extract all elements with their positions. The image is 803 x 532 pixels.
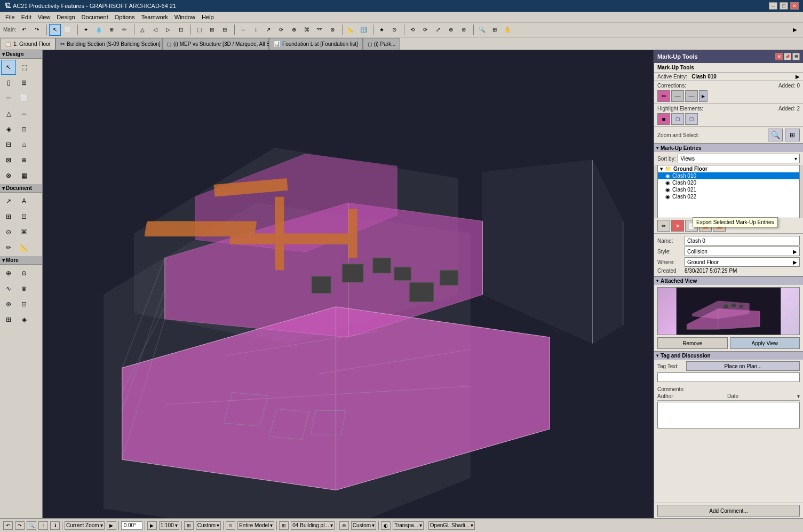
tool-curtain[interactable]: ▦	[17, 168, 31, 183]
tb-t8[interactable]: ⊗	[327, 24, 338, 36]
tool-roof[interactable]: △	[1, 106, 16, 121]
correction-icon-pen[interactable]: ✏	[657, 90, 670, 102]
current-zoom-dropdown[interactable]: Current Zoom ▾	[65, 521, 105, 530]
tb-undo[interactable]: ↷	[31, 24, 43, 36]
layer-set-dropdown[interactable]: Custom ▾	[196, 521, 221, 530]
tool-doc2[interactable]: A	[17, 194, 31, 209]
search-nav-btn[interactable]: 🔍	[27, 521, 36, 530]
tool-marquee[interactable]: ⬚	[17, 60, 31, 75]
custom2-dropdown[interactable]: Custom ▾	[351, 521, 376, 530]
tool-column[interactable]: ⊞	[17, 75, 31, 90]
menu-file[interactable]: File	[2, 13, 18, 21]
tb-measure[interactable]: 📐	[345, 24, 356, 36]
scale-dropdown[interactable]: 1:100 ▾	[159, 521, 179, 530]
tree-group-ground-floor[interactable]: ▾ 📁 Ground Floor	[658, 165, 799, 172]
undo-btn[interactable]: ↶	[3, 521, 13, 530]
nav-info-btn[interactable]: ℹ	[50, 521, 60, 530]
highlight-icon-pink[interactable]: ■	[657, 113, 670, 125]
tb-t3[interactable]: ↗	[263, 24, 274, 36]
tb-calc[interactable]: 🔢	[357, 24, 369, 36]
renovation-btn[interactable]: ⊕	[339, 521, 349, 530]
nav-up-btn[interactable]: ↑	[38, 521, 48, 530]
sort-col-arrow[interactable]: ▾	[797, 393, 800, 399]
tb-t2[interactable]: ↕	[250, 24, 261, 36]
panel-menu-btn[interactable]: ☰	[792, 53, 800, 60]
tb-pan[interactable]: ✋	[502, 24, 513, 36]
viewport-3d[interactable]	[43, 50, 654, 518]
tb-r5[interactable]: ⊛	[458, 24, 470, 36]
tb-t7[interactable]: ⌤	[314, 24, 325, 36]
tool-door[interactable]: ⌂	[17, 137, 31, 152]
tb-t1[interactable]: ↔	[237, 24, 249, 36]
tb-snap[interactable]: ⊙	[388, 24, 400, 36]
panel-close-btn[interactable]: ✕	[775, 53, 783, 60]
add-comment-btn[interactable]: Add Comment...	[657, 505, 800, 517]
menu-design[interactable]: Design	[53, 13, 78, 21]
tb-magic[interactable]: ✦	[80, 24, 92, 36]
tool-more8[interactable]: ◈	[17, 312, 31, 327]
action-edit-btn[interactable]: ✏	[657, 220, 670, 232]
name-input[interactable]	[685, 236, 800, 245]
tool-more7[interactable]: ⊞	[1, 312, 16, 327]
tb-nav2[interactable]: ▷	[162, 24, 174, 36]
minimize-button[interactable]: ─	[769, 2, 777, 10]
tool-lamp[interactable]: ⊗	[1, 168, 16, 183]
tab-mep[interactable]: ◻ (i) MEP vs Structure [3D / Marquee, Al…	[162, 38, 269, 50]
tool-doc8[interactable]: 📐	[17, 240, 31, 255]
maximize-button[interactable]: □	[780, 2, 788, 10]
tab-foundation[interactable]: 📊 Foundation List [Foundation list]	[269, 38, 363, 50]
tb-inject[interactable]: ⊕	[106, 24, 117, 36]
sidebar-section-document[interactable]: ▾ Document	[0, 184, 42, 193]
active-entry-arrow[interactable]: ▶	[796, 74, 800, 80]
tree-item-clash022[interactable]: ◉ Clash 022	[658, 193, 799, 200]
where-dropdown[interactable]: Ground Floor ▶	[685, 257, 800, 267]
title-bar-right[interactable]: ─ □ ✕	[769, 2, 799, 10]
opengl-dropdown[interactable]: OpenGL Shadi... ▾	[428, 521, 475, 530]
tool-shell[interactable]: ⌢	[17, 106, 31, 121]
tb-marquee[interactable]: ⬜	[62, 24, 74, 36]
tree-item-clash021[interactable]: ◉ Clash 021	[658, 186, 799, 193]
tree-item-clash020[interactable]: ◉ Clash 020	[658, 179, 799, 186]
tb-right-arrow[interactable]: ▶	[789, 24, 801, 36]
tb-t4[interactable]: ⟳	[275, 24, 287, 36]
attached-view-header[interactable]: ▾ Attached View	[654, 276, 803, 285]
sort-dropdown[interactable]: Views ▾	[678, 154, 800, 163]
tool-slab[interactable]: ⬜	[17, 91, 31, 106]
menu-view[interactable]: View	[35, 13, 54, 21]
transparency-btn[interactable]: ◐	[381, 521, 391, 530]
menu-window[interactable]: Window	[171, 13, 198, 21]
tb-r3[interactable]: ⤢	[432, 24, 444, 36]
tool-doc5[interactable]: ⊙	[1, 225, 16, 240]
tool-more3[interactable]: ∿	[1, 281, 16, 296]
tool-more4[interactable]: ⊗	[17, 281, 31, 296]
menu-edit[interactable]: Edit	[18, 13, 35, 21]
sidebar-section-more[interactable]: ▾ More	[0, 256, 42, 265]
menu-teamwork[interactable]: Teamwork	[138, 13, 171, 21]
tb-zoom1[interactable]: 🔍	[476, 24, 488, 36]
tb-nav3[interactable]: ⊡	[175, 24, 187, 36]
viewport-area[interactable]	[43, 50, 654, 518]
tool-beam[interactable]: ═	[1, 91, 16, 106]
menu-options[interactable]: Options	[112, 13, 138, 21]
apply-view-btn[interactable]: Apply View	[730, 337, 800, 349]
tool-doc1[interactable]: ↗	[1, 194, 16, 209]
remove-view-btn[interactable]: Remove	[657, 337, 728, 349]
highlight-icon-box2[interactable]: □	[685, 113, 698, 125]
tab-building-section[interactable]: ✂ Building Section [S-09 Building Sectio…	[55, 38, 162, 50]
zoom-btn-magnify[interactable]: 🔍	[768, 129, 783, 141]
tab-ground-floor[interactable]: 📋 1. Ground Floor	[0, 38, 55, 50]
tb-r1[interactable]: ⟲	[407, 24, 418, 36]
close-button[interactable]: ✕	[790, 2, 799, 10]
tool-more6[interactable]: ⊡	[17, 297, 31, 312]
tb-new[interactable]: ↶	[18, 24, 30, 36]
tb-t5[interactable]: ⊕	[288, 24, 300, 36]
tb-triangle[interactable]: △	[137, 24, 148, 36]
highlight-icon-box1[interactable]: □	[671, 113, 684, 125]
tb-star[interactable]: ★	[376, 24, 387, 36]
tool-select[interactable]: ↖	[1, 60, 16, 75]
tool-doc3[interactable]: ⊞	[1, 209, 16, 224]
zoom-nav-btn[interactable]: ▶	[107, 521, 116, 530]
menu-help[interactable]: Help	[198, 13, 217, 21]
tool-doc6[interactable]: ⌘	[17, 225, 31, 240]
tree-item-clash010[interactable]: ◉ Clash 010	[658, 172, 799, 179]
